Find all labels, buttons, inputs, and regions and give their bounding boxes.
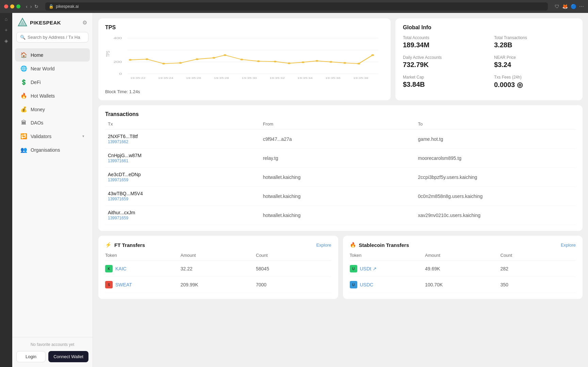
global-item-label: NEAR Price [494, 55, 575, 60]
nav-icon-near-world: 🌐 [20, 65, 27, 72]
tx-from[interactable]: c9f947...a27a [263, 136, 418, 142]
logo-area: PIKESPEAK [18, 18, 61, 27]
global-item-label: Total Accounts [403, 35, 484, 40]
list-item: K KAIC 32.22 58045 [105, 261, 331, 277]
stablecoin-rows: U USDt ↗ 49.69K 282 U USDC 100.70K 350 [350, 261, 576, 293]
tx-hash-cell: Aithur...cxJm 139971659 [108, 210, 263, 220]
sidebar-item-near-world[interactable]: 🌐 Near World [15, 62, 90, 75]
search-input[interactable] [28, 35, 85, 40]
tx-from[interactable]: hotwallet.kaiching [263, 174, 418, 180]
token-count: 58045 [256, 266, 331, 271]
token-count: 350 [501, 282, 576, 287]
extension-icon-3[interactable]: 🔵 [571, 4, 576, 9]
svg-point-25 [224, 54, 226, 56]
stablecoin-explore-link[interactable]: Explore [561, 243, 576, 248]
global-item: Txs Fees (24h) 0.0003 ◎ [494, 75, 575, 89]
token-amount: 32.22 [181, 266, 256, 271]
tps-title: TPS [105, 24, 384, 31]
tx-hash[interactable]: Ae3cDT...eDNp [108, 172, 263, 177]
tx-to[interactable]: moorecarolsm895.tg [418, 155, 573, 161]
sidebar-item-daos[interactable]: 🏛 DAOs [15, 116, 90, 129]
svg-text:19:35:22: 19:35:22 [130, 77, 146, 79]
global-item: Daily Active Accounts 732.79K [403, 55, 484, 69]
tx-id[interactable]: 139971662 [108, 139, 263, 144]
tx-hash[interactable]: CnHpjG...w87M [108, 153, 263, 158]
token-logo: U [350, 265, 357, 272]
extension-icon-2[interactable]: 🦊 [562, 4, 568, 9]
lock-icon: 🔒 [49, 4, 54, 9]
token-name[interactable]: USDC [360, 282, 374, 287]
svg-point-21 [162, 63, 165, 65]
extension-icon-1[interactable]: 🛡 [555, 4, 559, 9]
sidebar-header: PIKESPEAK ⚙ [12, 18, 93, 32]
token-count: 282 [501, 266, 576, 271]
tx-to[interactable]: 0c0n2m858n8g.users.kaiching [418, 194, 573, 199]
sidebar-item-home[interactable]: 🏠 Home [15, 48, 90, 62]
tx-id[interactable]: 139971659 [108, 197, 263, 201]
dot-maximize[interactable] [16, 4, 20, 9]
tx-hash[interactable]: Aithur...cxJm [108, 210, 263, 215]
svg-point-29 [288, 63, 290, 64]
ft-transfers-card: ⚡ FT Transfers Explore Token Amount Coun… [98, 236, 338, 299]
tx-hash-cell: CnHpjG...w87M 139971661 [108, 153, 263, 163]
connect-wallet-button[interactable]: Connect Wallet [48, 351, 88, 362]
tx-id[interactable]: 139971659 [108, 216, 263, 220]
ft-transfer-header: ⚡ FT Transfers Explore [105, 242, 331, 248]
tx-to[interactable]: xav29nv0210c.users.kaiching [418, 213, 573, 218]
nav-label-hot-wallets: Hot Wallets [31, 93, 55, 99]
tx-from[interactable]: hotwallet.kaiching [263, 213, 418, 218]
login-button[interactable]: Login [16, 351, 46, 362]
tx-to[interactable]: game.hot.tg [418, 136, 573, 142]
svg-point-33 [343, 62, 346, 64]
token-name[interactable]: KAIC [115, 266, 127, 271]
global-item-label: Txs Fees (24h) [494, 75, 575, 80]
nav-label-daos: DAOs [31, 120, 43, 126]
tps-card: TPS 400 200 0 TPS 19:35:22 [98, 18, 391, 100]
left-panel-home[interactable]: ⌂ [5, 16, 7, 22]
global-info-title: Global Info [403, 24, 575, 31]
svg-point-24 [212, 57, 215, 59]
svg-point-27 [257, 61, 260, 62]
left-panel-plus[interactable]: + [5, 27, 7, 33]
stablecoin-transfer-icon: 🔥 [350, 242, 356, 248]
tx-from[interactable]: relay.tg [263, 155, 418, 161]
menu-icon[interactable]: ⋯ [579, 4, 584, 9]
nav-icon-money: 💰 [20, 106, 27, 113]
tx-hash[interactable]: 43wTBQ...M5V4 [108, 191, 263, 196]
svg-point-34 [357, 63, 360, 65]
nav-back[interactable]: ‹ [26, 4, 28, 9]
global-item: Total Transactions 3.28B [494, 35, 575, 49]
sidebar-item-validators[interactable]: 🔁 Validators ▾ [15, 130, 90, 143]
global-item-value: 732.79K [403, 61, 484, 69]
tx-hash[interactable]: 2NXFT6...T8tf [108, 134, 263, 139]
dot-minimize[interactable] [10, 4, 14, 9]
list-item: S SWEAT 209.99K 7000 [105, 277, 331, 293]
left-panel-near[interactable]: ◈ [4, 38, 8, 44]
svg-text:0: 0 [119, 72, 122, 76]
sidebar-item-organisations[interactable]: 👥 Organisations [15, 143, 90, 156]
ft-explore-link[interactable]: Explore [316, 243, 331, 248]
search-box[interactable]: 🔍 [16, 32, 88, 43]
tx-id[interactable]: 139971661 [108, 159, 263, 163]
sidebar-item-defi[interactable]: 💲 DeFi [15, 76, 90, 89]
sidebar-item-money[interactable]: 💰 Money [15, 103, 90, 116]
global-item-label: Daily Active Accounts [403, 55, 484, 60]
token-name[interactable]: USDt ↗ [360, 266, 377, 271]
settings-icon[interactable]: ⚙ [82, 19, 87, 26]
dot-close[interactable] [4, 4, 8, 9]
table-row: 43wTBQ...M5V4 139971659 hotwallet.kaichi… [105, 187, 576, 206]
token-amount: 209.99K [181, 282, 256, 287]
token-name[interactable]: SWEAT [115, 282, 132, 287]
nav-refresh[interactable]: ↻ [34, 4, 38, 9]
nav-label-home: Home [31, 52, 43, 58]
logo-text: PIKESPEAK [30, 20, 61, 26]
nav-forward[interactable]: › [30, 4, 32, 9]
tx-to[interactable]: 2ccpi3bpzf5y.users.kaiching [418, 174, 573, 180]
ft-col-token: Token [105, 253, 181, 258]
tx-id[interactable]: 139971659 [108, 178, 263, 182]
table-row: CnHpjG...w87M 139971661 relay.tg mooreca… [105, 149, 576, 168]
token-logo: K [105, 265, 113, 272]
address-bar[interactable]: 🔒 pikespeak.ai [45, 2, 548, 11]
tx-from[interactable]: hotwallet.kaiching [263, 194, 418, 199]
sidebar-item-hot-wallets[interactable]: 🔥 Hot Wallets [15, 89, 90, 102]
